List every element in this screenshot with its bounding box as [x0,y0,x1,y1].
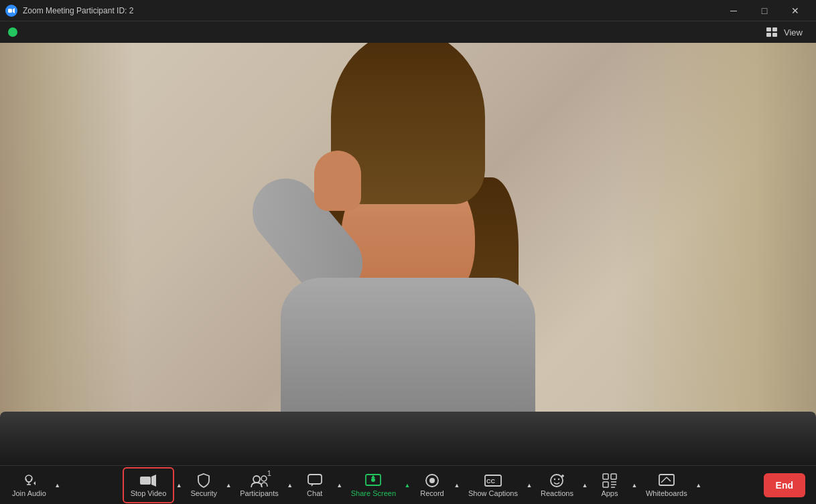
titlebar-title: Zoom Meeting Participant ID: 2 [23,6,133,15]
svg-point-16 [371,478,375,482]
whiteboards-button[interactable]: Whiteboards [639,467,694,503]
hand [314,151,361,211]
record-button[interactable]: Record [412,467,452,503]
security-caret[interactable]: ▲ [224,467,233,503]
view-label: View [784,27,803,37]
record-caret[interactable]: ▲ [452,467,462,503]
chat-icon [305,473,324,488]
bg-plant-right [615,43,816,465]
svg-point-22 [551,475,563,487]
chat-caret[interactable]: ▲ [335,467,344,503]
chat-button[interactable]: Chat [295,467,335,503]
whiteboards-caret[interactable]: ▲ [694,467,703,503]
reactions-label: Reactions [541,489,573,497]
whiteboards-label: Whiteboards [646,489,687,497]
svg-point-13 [261,476,267,481]
svg-rect-30 [659,475,674,485]
join-audio-caret[interactable]: ▲ [53,467,62,503]
svg-rect-2 [766,27,771,31]
subbar: View [0,21,816,43]
toolbar: Join Audio ▲ Stop Video ▲ [0,465,816,504]
participants-caret[interactable]: ▲ [285,467,295,503]
stop-video-caret[interactable]: ▲ [174,467,184,503]
captions-label: Show Captions [468,489,518,497]
svg-line-32 [667,477,671,481]
join-audio-icon [19,473,38,488]
svg-point-19 [429,478,435,483]
svg-marker-17 [371,475,375,478]
record-group: Record ▲ [412,467,462,503]
share-screen-button[interactable]: Share Screen [344,467,403,503]
apps-caret[interactable]: ▲ [630,467,639,503]
chat-group: Chat ▲ [295,467,344,503]
titlebar: Zoom Meeting Participant ID: 2 ─ □ ✕ [0,0,816,21]
stop-video-label: Stop Video [131,489,167,497]
svg-rect-3 [772,27,777,31]
record-icon [423,473,441,488]
captions-icon: CC [484,473,502,488]
view-button[interactable]: View [761,25,808,40]
captions-group: CC Show Captions ▲ [462,467,534,503]
join-audio-label: Join Audio [12,489,46,497]
stop-video-icon [139,473,157,488]
video-area [0,43,816,465]
join-audio-group: Join Audio ▲ [5,467,62,503]
end-button[interactable]: End [764,473,805,497]
reactions-icon [547,473,566,488]
whiteboards-group: Whiteboards ▲ [639,467,703,503]
apps-label: Apps [601,489,618,497]
video-background [0,43,816,465]
apps-icon [600,473,619,488]
participant-video [234,50,582,465]
captions-caret[interactable]: ▲ [525,467,534,503]
status-dot [8,27,17,37]
toolbar-left: Join Audio ▲ [5,467,62,503]
svg-rect-14 [308,475,322,484]
subbar-left [8,27,17,37]
join-audio-button[interactable]: Join Audio [5,467,53,503]
svg-text:CC: CC [486,478,495,485]
svg-point-24 [558,478,559,479]
record-label: Record [420,489,444,497]
apps-button[interactable]: Apps [590,467,630,503]
whiteboards-icon [657,473,676,488]
share-screen-caret[interactable]: ▲ [403,467,412,503]
titlebar-left: Zoom Meeting Participant ID: 2 [5,5,133,17]
participants-button[interactable]: 1 Participants [233,467,285,503]
share-screen-label: Share Screen [351,489,396,497]
security-group: Security ▲ [184,467,233,503]
share-screen-icon [364,473,383,488]
svg-rect-0 [8,9,12,13]
close-button[interactable]: ✕ [780,0,811,21]
participants-count: 1 [267,469,271,477]
reactions-button[interactable]: Reactions [534,467,580,503]
svg-rect-27 [603,474,608,479]
security-icon [194,473,213,488]
svg-point-23 [554,478,555,479]
svg-rect-10 [140,477,151,485]
share-screen-group: Share Screen ▲ [344,467,412,503]
security-label: Security [190,489,217,497]
video-gradient [0,412,816,465]
reactions-caret[interactable]: ▲ [580,467,590,503]
toolbar-right: End [764,473,811,497]
reactions-group: Reactions ▲ [534,467,590,503]
svg-marker-11 [151,475,156,487]
svg-rect-29 [603,482,608,487]
maximize-button[interactable]: □ [749,0,780,21]
toolbar-center: Stop Video ▲ Security ▲ [62,467,764,503]
chat-label: Chat [307,489,322,497]
bg-plant-left [0,43,134,465]
svg-point-12 [253,476,260,483]
svg-rect-28 [611,474,616,479]
titlebar-controls[interactable]: ─ □ ✕ [718,0,811,21]
participants-icon: 1 [250,473,269,488]
minimize-button[interactable]: ─ [718,0,749,21]
zoom-logo [5,5,17,17]
security-button[interactable]: Security [184,467,224,503]
svg-marker-9 [33,481,36,485]
captions-button[interactable]: CC Show Captions [462,467,525,503]
stop-video-button[interactable]: Stop Video [123,467,175,503]
stop-video-group: Stop Video ▲ [123,467,184,503]
svg-rect-4 [766,33,771,37]
